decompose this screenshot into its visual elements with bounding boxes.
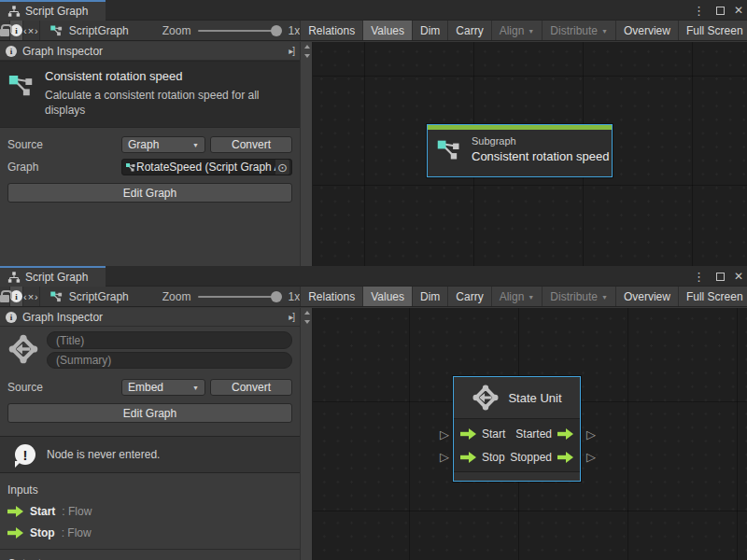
dock-icon[interactable]: ▸]	[289, 46, 294, 56]
graph-breadcrumb[interactable]: ScriptGraph	[40, 21, 138, 40]
window-menu-icon[interactable]: ⋮	[691, 271, 707, 283]
state-node-header: State Unit	[454, 377, 580, 419]
tab-label: Script Graph	[25, 271, 88, 284]
external-port-triangle[interactable]: ▷	[440, 428, 449, 441]
zoom-value: 1x	[288, 290, 300, 303]
breadcrumb-label: ScriptGraph	[69, 24, 129, 37]
window-menu-icon[interactable]: ⋮	[691, 5, 707, 17]
distribute-dropdown[interactable]: Distribute▼	[542, 287, 615, 306]
full-screen-button[interactable]: Full Screen	[678, 287, 747, 306]
graph-object-value: RotateSpeed (Script Graph A	[136, 161, 275, 174]
object-picker-icon[interactable]: ⊙	[275, 160, 289, 175]
zoom-slider-knob[interactable]	[271, 291, 282, 302]
dim-button[interactable]: Dim	[412, 21, 447, 40]
relations-button[interactable]: Relations	[300, 287, 362, 306]
chevron-down-icon: ▼	[601, 28, 608, 35]
toolbar-toggles: Relations Values Dim Carry Align▼ Distri…	[300, 21, 747, 40]
title-input[interactable]	[47, 331, 292, 349]
graph-canvas[interactable]: Subgraph Consistent rotation speed	[313, 42, 747, 266]
state-unit-icon	[472, 384, 500, 412]
zoom-value: 1x	[288, 24, 300, 37]
toolbar-toggles: Relations Values Dim Carry Align▼ Distri…	[300, 287, 747, 306]
overview-button[interactable]: Overview	[615, 287, 678, 306]
warning-text: Node is never entered.	[47, 448, 160, 461]
relations-button[interactable]: Relations	[300, 21, 362, 40]
window-maximize-icon[interactable]	[716, 7, 725, 15]
script-graph-window-bottom: Script Graph ⋮ ✕ i ‹×› ScriptGraph	[0, 266, 747, 560]
lock-icon	[0, 29, 9, 36]
zoom-slider[interactable]	[198, 30, 280, 32]
values-button[interactable]: Values	[362, 21, 412, 40]
tab-script-graph[interactable]: Script Graph	[0, 0, 106, 21]
window-close-icon[interactable]: ✕	[734, 271, 743, 282]
source-dropdown[interactable]: Graph ▼	[121, 136, 205, 153]
graph-breadcrumb[interactable]: ScriptGraph	[40, 287, 138, 306]
summary-input[interactable]	[47, 352, 292, 369]
flow-arrow-icon	[7, 506, 23, 517]
inspector-scrollbar[interactable]	[300, 308, 312, 560]
source-dropdown[interactable]: Embed ▼	[121, 379, 205, 396]
scroll-down-icon[interactable]	[301, 317, 313, 327]
state-unit-node[interactable]: State Unit Start Started	[453, 376, 581, 482]
inspector-toggle-button[interactable]: i	[10, 21, 23, 40]
subgraph-node[interactable]: Subgraph Consistent rotation speed	[427, 124, 613, 177]
window-maximize-icon[interactable]	[716, 273, 725, 281]
align-dropdown[interactable]: Align▼	[491, 21, 543, 40]
scroll-up-icon[interactable]	[301, 308, 313, 317]
window-close-icon[interactable]: ✕	[734, 5, 743, 16]
unity-editor-stage: Script Graph ⋮ ✕ i ‹×› ScriptGraph	[0, 0, 747, 560]
dim-button[interactable]: Dim	[412, 287, 447, 306]
code-view-button[interactable]: ‹×›	[23, 287, 40, 306]
port-row: Start Started	[454, 422, 580, 445]
graph-title: Consistent rotation speed	[45, 69, 290, 83]
flow-in-port[interactable]	[460, 428, 476, 440]
graph-canvas[interactable]: State Unit Start Started	[313, 308, 747, 560]
tab-bar: Script Graph ⋮ ✕	[0, 0, 747, 21]
align-dropdown[interactable]: Align▼	[491, 287, 543, 306]
graph-object-field[interactable]: RotateSpeed (Script Graph A ⊙	[121, 159, 292, 175]
breadcrumb-label: ScriptGraph	[69, 290, 129, 303]
inspector-title: Graph Inspector	[22, 45, 103, 58]
tab-bar: Script Graph ⋮ ✕	[0, 266, 747, 287]
script-graph-icon	[436, 136, 462, 162]
external-port-triangle[interactable]: ▷	[586, 428, 596, 441]
scroll-up-icon[interactable]	[301, 42, 313, 51]
carry-button[interactable]: Carry	[447, 287, 490, 306]
full-screen-button[interactable]: Full Screen	[678, 21, 747, 40]
flow-out-port[interactable]	[557, 428, 573, 440]
scroll-down-icon[interactable]	[301, 51, 313, 61]
tab-script-graph[interactable]: Script Graph	[0, 266, 106, 287]
inspector-title: Graph Inspector	[22, 311, 103, 324]
dock-icon[interactable]: ▸]	[289, 312, 294, 322]
state-node-footer	[454, 471, 580, 481]
edit-graph-button[interactable]: Edit Graph	[7, 183, 292, 203]
overview-button[interactable]: Overview	[615, 21, 678, 40]
code-view-button[interactable]: ‹×›	[23, 21, 40, 40]
values-button[interactable]: Values	[362, 287, 412, 306]
lock-button[interactable]	[0, 21, 10, 40]
zoom-slider[interactable]	[198, 296, 280, 298]
flow-out-port[interactable]	[557, 452, 573, 463]
zoom-slider-knob[interactable]	[271, 25, 282, 36]
source-label: Source	[7, 381, 121, 394]
chevron-down-icon: ▼	[528, 28, 534, 35]
distribute-dropdown[interactable]: Distribute▼	[542, 21, 615, 40]
external-port-triangle[interactable]: ▷	[586, 451, 596, 463]
convert-button[interactable]: Convert	[210, 136, 292, 153]
carry-button[interactable]: Carry	[447, 21, 490, 40]
warning-icon: !	[15, 444, 35, 465]
edit-graph-button[interactable]: Edit Graph	[7, 403, 292, 423]
inspector-toggle-button[interactable]: i	[10, 287, 23, 306]
flow-in-port[interactable]	[460, 452, 476, 463]
lock-button[interactable]	[0, 287, 10, 306]
chevron-down-icon: ▼	[192, 142, 199, 148]
graph-field-label: Graph	[7, 161, 121, 174]
zoom-control: Zoom 1x	[138, 21, 300, 40]
graph-inspector-header: i Graph Inspector ▸]	[0, 308, 300, 327]
inspector-scrollbar[interactable]	[300, 42, 312, 266]
graph-info-box: Consistent rotation speed Calculate a co…	[0, 61, 300, 128]
convert-button[interactable]: Convert	[210, 379, 292, 396]
lock-icon	[0, 295, 9, 302]
external-port-triangle[interactable]: ▷	[440, 451, 449, 463]
input-port-row: Start : Flow	[0, 497, 300, 518]
